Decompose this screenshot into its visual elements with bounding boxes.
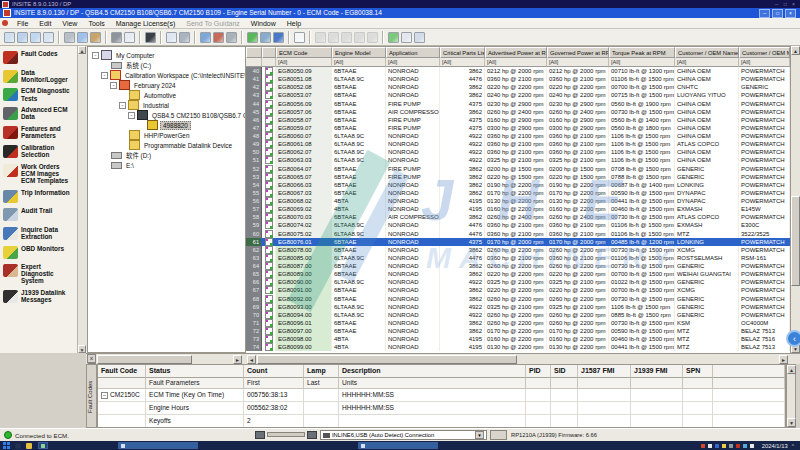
sidebar-item-obd-monitors[interactable]: OBD Monitors <box>3 245 77 259</box>
table-row[interactable]: 44EG80056.096BTAAEFIRE PUMP43750230 hp @… <box>246 100 790 108</box>
play-icon[interactable] <box>328 32 339 43</box>
refresh-icon[interactable] <box>247 32 258 43</box>
table-row[interactable]: 57EG80069.024BTANONROAD41950160 hp @ 220… <box>246 205 790 213</box>
send-icon[interactable] <box>260 32 271 43</box>
table-vertical-scrollbar[interactable]: ▲ ▼ <box>790 46 800 353</box>
taskbar-app-button-2[interactable] <box>118 442 198 449</box>
column-header-torque-peak-at-rpm[interactable]: Torque Peak at RPM <box>609 47 675 58</box>
sidebar-item-data[interactable]: Data Monitor/Logger <box>3 69 77 83</box>
table-row[interactable]: 50EG80062.076LTAA8.9CNONROAD49220360 hp … <box>246 148 790 156</box>
filter-cell[interactable]: [All] <box>547 58 609 67</box>
floating-assist-button[interactable]: ‹ <box>786 330 800 347</box>
tree-expander-icon[interactable]: - <box>119 102 126 109</box>
table-row[interactable]: 52EG80064.076BTAAEFIRE PUMP38620200 hp @… <box>246 165 790 173</box>
menu-item-file[interactable]: File <box>12 20 33 27</box>
step-icon[interactable] <box>367 32 378 43</box>
menu-item-send-to-guidanz[interactable]: Send To Guidanz <box>181 20 245 27</box>
tray-icon-0[interactable] <box>701 444 705 448</box>
sidebar-item-trip-information[interactable]: Trip Information <box>3 189 77 203</box>
print-icon[interactable] <box>111 32 122 43</box>
table-row[interactable]: 42EG80052.086BTAAENONROAD38620220 hp @ 2… <box>246 83 790 91</box>
filter-cell[interactable]: [All] <box>386 58 440 67</box>
tree-expander-icon[interactable]: - <box>92 52 99 59</box>
scroll-up-icon[interactable]: ▲ <box>787 365 796 374</box>
pause-icon[interactable] <box>341 32 352 43</box>
table-row[interactable]: 74EG80099.004BTANONROAD41950130 hp @ 220… <box>246 343 790 351</box>
column-header-ecm-code[interactable]: ECM Code <box>276 47 332 58</box>
fault-column-lamp[interactable]: Lamp <box>304 365 339 378</box>
menu-item-view[interactable]: View <box>57 20 82 27</box>
column-header-customer-oem-model[interactable]: Customer / OEM Model <box>739 47 790 58</box>
connect-ecm-icon[interactable] <box>200 32 211 43</box>
column-header-engine-model[interactable]: Engine Model <box>332 47 386 58</box>
fault-column-description[interactable]: Description <box>339 365 526 378</box>
fault-row[interactable]: Keyoffs2 <box>98 415 785 428</box>
table-row[interactable]: 69EG80093.006LTAA8.9CNONROAD49220325 hp … <box>246 303 790 311</box>
table-row[interactable]: 48EG80060.076LTAA8.9CNONROAD49220360 hp … <box>246 132 790 140</box>
filter-icon[interactable] <box>273 32 284 43</box>
fault-row[interactable]: Engine Hours005562:38:02HHHHHH:MM:SS <box>98 402 785 415</box>
tree-scroll-right-icon[interactable]: ► <box>233 355 242 364</box>
column-header-application[interactable]: Application <box>386 47 440 58</box>
connection-selector[interactable]: INLINE6,USB (Auto Detect) Connection ▼ <box>320 430 487 440</box>
fault-column-pid[interactable]: PID <box>526 365 551 378</box>
column-header-advertised-power-at-rpm[interactable]: Advertised Power at RPM <box>485 47 547 58</box>
minimize-button[interactable]: ─ <box>759 9 770 18</box>
table-row[interactable]: 41EG80051.086LTAA8.9CNONROAD44760360 hp … <box>246 75 790 83</box>
fault-column-spn[interactable]: SPN <box>683 365 713 378</box>
sidebar-item-features-and[interactable]: Features and Parameters <box>3 125 77 139</box>
search-icon[interactable] <box>145 32 156 43</box>
table-row[interactable]: 70EG80094.006LTAA8.9CNONROAD49220260 hp … <box>246 311 790 319</box>
table-row[interactable]: 71EG80096.016BTAAENONROAD38620260 hp @ 2… <box>246 319 790 327</box>
menu-item-edit[interactable]: Edit <box>34 20 56 27</box>
column-header-blank-1[interactable] <box>262 47 276 58</box>
tree-expander-icon[interactable]: - <box>101 72 108 79</box>
sidebar-item-calibration[interactable]: Calibration Selection <box>3 144 77 158</box>
tree-scroll-thumb[interactable] <box>97 355 192 364</box>
close-button[interactable]: × <box>785 9 796 18</box>
chevron-down-icon[interactable]: ▼ <box>475 431 484 439</box>
fault-panel-scrollbar[interactable]: ▲ ▼ <box>786 364 796 428</box>
filter-cell[interactable]: [All] <box>440 58 485 67</box>
sidebar-item-advanced-ecm[interactable]: Advanced ECM Data <box>3 106 77 120</box>
menu-item-manage-license-s[interactable]: Manage License(s) <box>111 20 181 27</box>
column-header-blank-0[interactable] <box>246 47 262 58</box>
table-row[interactable]: 66EG80090.006LTAA8.9CNONROAD49220325 hp … <box>246 278 790 286</box>
sidebar-item-ecm-diagnostic[interactable]: ECM Diagnostic Tests <box>3 87 77 101</box>
paste-icon[interactable] <box>90 32 101 43</box>
outer-window-controls[interactable]: ─ □ × <box>775 0 797 8</box>
tray-icon-6[interactable] <box>743 444 747 448</box>
tree-item-4988820[interactable]: 4988820 <box>88 120 245 130</box>
table-scroll-thumb[interactable] <box>257 355 517 364</box>
table-row[interactable]: 61EG80076.016BTAAENONROAD43750170 hp @ 2… <box>246 238 790 246</box>
stop-icon[interactable] <box>354 32 365 43</box>
fault-row[interactable]: −CM2150CECM Time (Key On Time)005756:38:… <box>98 389 785 402</box>
fault-column-count[interactable]: Count <box>244 365 304 378</box>
maximize-button[interactable]: □ <box>772 9 783 18</box>
fault-column-fault-code[interactable]: Fault Code <box>98 365 146 378</box>
fault-column-status[interactable]: Status <box>146 365 244 378</box>
taskbar-search-icon[interactable] <box>15 443 21 449</box>
filter-cell[interactable]: [All] <box>332 58 386 67</box>
tray-icon-3[interactable] <box>722 444 726 448</box>
sidebar-item-audit-trail[interactable]: Audit Trail <box>3 207 77 221</box>
tree-item-d[interactable]: 软件 (D:) <box>88 150 245 160</box>
record-icon[interactable] <box>315 32 326 43</box>
table-row[interactable]: 47EG80059.076BTAAEFIRE PUMP43750300 hp @… <box>246 124 790 132</box>
fault-panel-close-icon[interactable]: x <box>87 354 96 363</box>
sidebar-item-j1939-datalink[interactable]: J1939 Datalink Messages <box>3 289 77 303</box>
taskbar-app-button-1[interactable] <box>38 442 48 449</box>
menu-item-help[interactable]: Help <box>282 20 306 27</box>
tree-item-automotive[interactable]: Automotive <box>88 90 245 100</box>
tray-chevron-icon[interactable]: ^ <box>792 443 794 449</box>
table-row[interactable]: 40EG80050.096BTAAENONROAD38620212 hp @ 2… <box>246 67 790 75</box>
scroll-down-icon[interactable]: ▼ <box>787 418 796 427</box>
table-row[interactable]: 63EG80085.006LTAA8.9CNONROAD44760360 hp … <box>246 254 790 262</box>
print-preview-icon[interactable] <box>124 32 135 43</box>
tree-item-hhp-powergen[interactable]: HHP/PowerGen <box>88 130 245 140</box>
scroll-down-icon[interactable]: ▼ <box>78 345 86 353</box>
tree-item-calibration-workspace-c-intelect-insite-cal[interactable]: -Calibration Workspace (C:\Intelect\INSI… <box>88 70 245 80</box>
filter-cell[interactable]: [All] <box>276 58 332 67</box>
table-scroll-right-icon[interactable]: ► <box>779 355 788 364</box>
filter-cell[interactable]: [All] <box>609 58 675 67</box>
